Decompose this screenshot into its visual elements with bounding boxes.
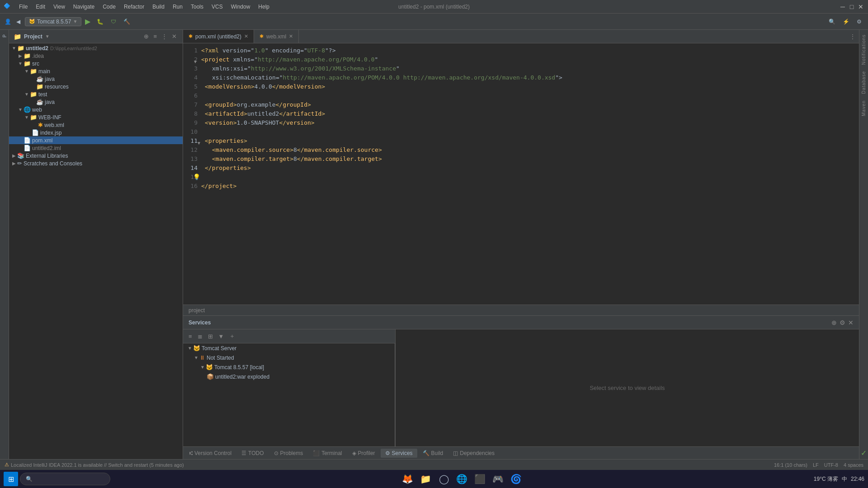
tomcat-label: Tomcat 8.5.57	[37, 19, 71, 25]
tree-item-webinf[interactable]: ▼ 📁 WEB-INF	[9, 113, 183, 121]
taskbar-app-firefox[interactable]: 🦊	[400, 471, 416, 487]
menu-navigate[interactable]: Navigate	[70, 3, 98, 11]
menu-view[interactable]: View	[50, 3, 69, 11]
src-folder-icon: 📁	[24, 60, 31, 67]
scratches-label: Scratches and Consoles	[24, 160, 82, 167]
services-group-btn[interactable]: ⊞	[206, 332, 215, 341]
services-add-btn[interactable]: ＋	[227, 331, 237, 341]
tab-pomxml[interactable]: ✱ pom.xml (untitled2) ✕	[183, 30, 254, 43]
code-line-12: <maven.compiler.source>8</maven.compiler…	[201, 145, 859, 155]
webxml-tab-label: web.xml	[266, 33, 286, 40]
taskbar-app-edge[interactable]: 🌐	[454, 471, 470, 487]
profile-icon[interactable]: 👤	[4, 18, 12, 26]
maven-panel-label[interactable]: Maven	[861, 98, 866, 119]
tree-item-main[interactable]: ▼ 📁 main	[9, 67, 183, 75]
tab-profiler[interactable]: ◈ Profiler	[348, 449, 380, 458]
pomxml-tab-close[interactable]: ✕	[244, 33, 248, 39]
menu-file[interactable]: File	[15, 3, 31, 11]
update-button[interactable]: ⚡	[840, 17, 852, 26]
tree-item-test-java[interactable]: ☕ java	[9, 98, 183, 106]
taskbar-app-explorer[interactable]: 📁	[418, 471, 434, 487]
coverage-button[interactable]: 🛡	[108, 17, 119, 26]
tree-item-test[interactable]: ▼ 📁 test	[9, 90, 183, 98]
status-message[interactable]: Localized IntelliJ IDEA 2022.1 is availa…	[11, 462, 184, 468]
tree-item-scratches[interactable]: ▶ ✏ Scratches and Consoles	[9, 160, 183, 167]
taskbar-app-misc[interactable]: 🌀	[508, 471, 524, 487]
tree-item-webxml[interactable]: ✱ web.xml	[9, 121, 183, 129]
services-tomcat-server[interactable]: ▼ 🐱 Tomcat Server	[183, 343, 395, 353]
tree-item-iml[interactable]: 📄 untitled2.iml	[9, 144, 183, 152]
taskbar-app-game[interactable]: 🎮	[490, 471, 506, 487]
taskbar-app-search[interactable]: ◯	[436, 471, 452, 487]
locate-icon[interactable]: ⊕	[142, 33, 150, 40]
project-dropdown-icon[interactable]: ▼	[45, 34, 50, 39]
encoding[interactable]: UTF-8	[824, 462, 838, 468]
menu-tools[interactable]: Tools	[187, 3, 207, 11]
tab-webxml[interactable]: ✱ web.xml ✕	[254, 30, 299, 43]
build-button[interactable]: 🔨	[121, 17, 133, 26]
back-button[interactable]: ◀	[14, 17, 23, 26]
menu-edit[interactable]: Edit	[32, 3, 49, 11]
minimize-button[interactable]: ─	[839, 3, 846, 10]
close-button[interactable]: ✕	[857, 3, 864, 10]
menu-build[interactable]: Build	[149, 3, 168, 11]
tab-version-control[interactable]: ⑆ Version Control	[185, 449, 236, 458]
menu-run[interactable]: Run	[169, 3, 186, 11]
services-expand-icon[interactable]: ⊕	[831, 319, 837, 326]
tab-more-button[interactable]: ⋮	[846, 33, 859, 40]
collapse-all-icon[interactable]: ≡	[152, 33, 158, 40]
run-button[interactable]: ▶	[83, 16, 92, 27]
tree-root[interactable]: ▼ 📁 untitled2 D:\lippLearn\untitled2	[9, 44, 183, 52]
services-not-started[interactable]: ▼ ⏸ Not Started	[183, 353, 395, 362]
tree-item-java[interactable]: ☕ java	[9, 75, 183, 83]
tab-todo[interactable]: ☰ TODO	[237, 449, 268, 458]
menu-code[interactable]: Code	[99, 3, 119, 11]
tab-terminal[interactable]: ⬛ Terminal	[308, 449, 346, 458]
services-filter-btn[interactable]: ▼	[217, 332, 226, 341]
taskbar-search[interactable]: 🔍	[20, 473, 110, 485]
tomcat-selector[interactable]: 🐱 Tomcat 8.5.57 ▼	[25, 17, 81, 26]
code-editor[interactable]: 1 2 3 4 5 6 7 8 9 10 11 12 13 14 15 16	[183, 43, 859, 305]
tree-item-indexjsp[interactable]: 📄 index.jsp	[9, 129, 183, 136]
code-line-3: xmlns:xsi="http://www.w3.org/2001/XMLSch…	[201, 64, 859, 73]
tab-services[interactable]: ⚙ Services	[381, 449, 417, 458]
menu-refactor[interactable]: Refactor	[120, 3, 148, 11]
services-collapse-btn[interactable]: ≡	[187, 332, 194, 341]
database-panel-label[interactable]: Database	[861, 68, 866, 97]
services-expand-btn[interactable]: ≣	[196, 332, 204, 341]
tree-item-src[interactable]: ▼ 📁 src	[9, 60, 183, 67]
tree-item-resources[interactable]: 📁 resources	[9, 83, 183, 90]
iml-label: untitled2.iml	[32, 145, 61, 151]
menu-vcs[interactable]: VCS	[208, 3, 226, 11]
taskbar-app-terminal[interactable]: ⬛	[472, 471, 488, 487]
notifications-panel-label[interactable]: Notifications	[861, 32, 866, 67]
tree-item-web[interactable]: ▼ 🌐 web	[9, 106, 183, 113]
menu-help[interactable]: Help	[255, 3, 273, 11]
indent[interactable]: 4 spaces	[844, 462, 863, 468]
start-button[interactable]: ⊞	[4, 472, 18, 486]
settings-button[interactable]: ⚙	[854, 17, 864, 26]
tree-item-pomxml[interactable]: 📄 pom.xml	[9, 136, 183, 144]
tab-problems[interactable]: ⊙ Problems	[269, 449, 308, 458]
services-tomcat-instance[interactable]: ▼ 🐱 Tomcat 8.5.57 [local]	[183, 362, 395, 372]
main-toolbar: 👤 ◀ 🐱 Tomcat 8.5.57 ▼ ▶ 🐛 🛡 🔨 🔍 ⚡ ⚙	[0, 14, 868, 30]
services-artifact[interactable]: 📦 untitled2:war exploded	[183, 372, 395, 381]
tab-dependencies[interactable]: ◫ Dependencies	[448, 449, 499, 458]
services-settings-icon[interactable]: ⚙	[840, 319, 845, 326]
resources-label: resources	[45, 84, 69, 90]
tree-item-external-libs[interactable]: ▶ 📚 External Libraries	[9, 152, 183, 160]
taskbar-ime[interactable]: 中	[842, 475, 847, 483]
dots-icon[interactable]: ⋮	[160, 33, 169, 40]
maximize-button[interactable]: □	[848, 3, 855, 10]
tree-item-idea[interactable]: ▶ 📁 .idea	[9, 52, 183, 60]
hide-icon[interactable]: ✕	[170, 33, 178, 40]
search-button[interactable]: 🔍	[826, 17, 838, 26]
webxml-tab-close[interactable]: ✕	[289, 33, 293, 39]
tab-build[interactable]: 🔨 Build	[418, 449, 448, 458]
debug-button[interactable]: 🐛	[94, 17, 106, 26]
menu-window[interactable]: Window	[227, 3, 254, 11]
project-sidebar-icon[interactable]: P	[0, 32, 9, 40]
services-close-icon[interactable]: ✕	[848, 319, 854, 326]
tomcat-instance-icon: 🐱	[206, 364, 213, 371]
line-separator[interactable]: LF	[813, 462, 819, 468]
